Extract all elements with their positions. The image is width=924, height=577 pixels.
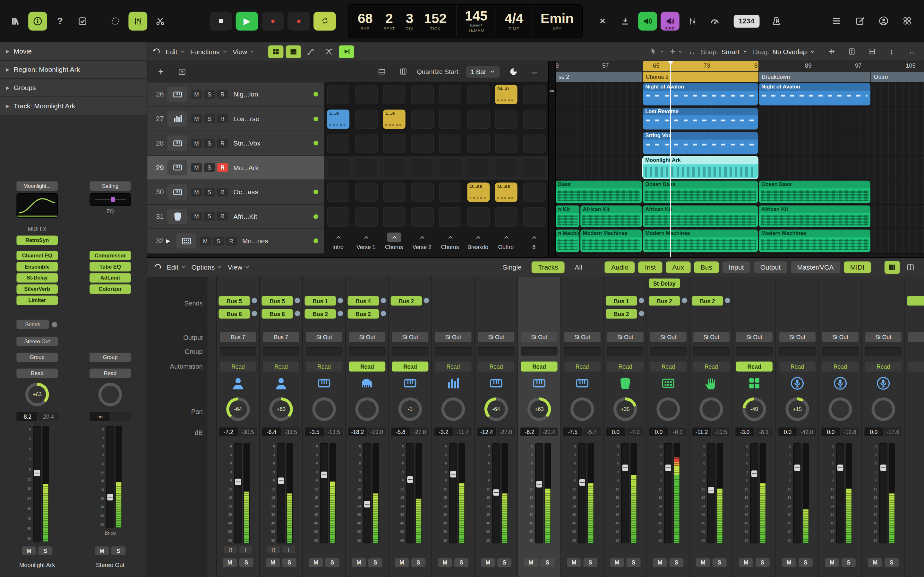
send-slot[interactable]: Bus 2 xyxy=(348,309,379,318)
empty-cell-slot[interactable] xyxy=(327,134,349,153)
list-button[interactable] xyxy=(829,11,844,31)
send-slot[interactable] xyxy=(907,296,924,306)
send-slot[interactable]: Bus 6 xyxy=(218,309,250,318)
loop-cell[interactable]: L...e xyxy=(383,109,405,129)
output-slot[interactable]: St Out xyxy=(521,332,557,342)
mixer-channel-strip[interactable]: Bus 5Bus 6Bus 7Read-64-7.2-30.5630361218… xyxy=(217,277,260,577)
fader-cap[interactable] xyxy=(450,471,456,477)
group-slot[interactable] xyxy=(693,347,730,356)
solo-button[interactable]: S xyxy=(842,558,856,567)
autom-button[interactable] xyxy=(304,45,319,58)
mixer-mode-all[interactable]: All xyxy=(568,261,589,273)
automation-mode-slot[interactable] xyxy=(908,362,924,372)
scene-trigger-button[interactable] xyxy=(443,232,457,242)
region[interactable]: Modern Machines xyxy=(759,229,871,251)
output-slot[interactable]: Bus 7 xyxy=(220,332,256,342)
mixer-channel-strip[interactable]: St OutRead-7.5-5.76303612182430405060MS xyxy=(561,277,604,577)
region[interactable]: Modern Machines xyxy=(580,229,642,251)
pan-knob[interactable] xyxy=(89,383,131,406)
pan-knob[interactable]: +63 xyxy=(16,383,58,406)
send-slot[interactable]: Bus 1 xyxy=(305,296,336,306)
send-knob[interactable] xyxy=(380,310,387,317)
audio-fx-slot[interactable]: Ensemble xyxy=(16,262,58,271)
region[interactable]: Night of Avalon xyxy=(643,83,758,105)
group-slot[interactable] xyxy=(435,347,471,356)
empty-cell-slot[interactable] xyxy=(495,207,517,227)
mixer-filter-midi[interactable]: MIDI xyxy=(844,261,871,273)
send-slot[interactable]: Bus 2 xyxy=(649,296,680,306)
region[interactable]: n Machines xyxy=(556,229,579,251)
fader-cap[interactable] xyxy=(321,472,326,478)
mute-button[interactable]: M xyxy=(223,558,237,567)
send-slot[interactable]: Bus 2 xyxy=(692,296,723,306)
scene-name[interactable]: Chorus xyxy=(436,243,464,250)
mixer-channel-strip[interactable]: St-DelayBus 2St OutRead0.0-0.16303612182… xyxy=(647,277,690,577)
empty-cell-slot[interactable] xyxy=(523,109,545,129)
send-slot[interactable]: Bus 5 xyxy=(262,296,292,306)
mixer-mode-tracks[interactable]: Tracks xyxy=(531,261,565,273)
pan-knob[interactable]: -40 xyxy=(733,398,775,421)
mixer-channel-strip[interactable]: Bus 2St OutRead-1-5.8-27.063036121824304… xyxy=(389,277,432,577)
region[interactable]: Bass xyxy=(556,181,642,203)
empty-cell-slot[interactable] xyxy=(355,182,378,202)
eq-thumbnail[interactable] xyxy=(89,193,131,206)
group-slot[interactable] xyxy=(779,347,816,356)
output-slot[interactable]: St Out xyxy=(779,332,816,342)
pan-knob[interactable]: +63 xyxy=(260,398,302,421)
inspector-header-groups[interactable]: ▶Groups xyxy=(0,79,147,97)
mute-button[interactable]: M xyxy=(200,237,211,245)
track-header-row[interactable]: 27MSRLos...rse xyxy=(147,107,324,131)
channel-setting-button[interactable]: Setting xyxy=(89,181,131,191)
record-enable-button[interactable]: R xyxy=(217,90,228,99)
drag-control[interactable]: Drag:No Overlap xyxy=(753,48,815,55)
volume-fader[interactable]: 6303612182430405060 xyxy=(690,443,732,543)
group-slot[interactable] xyxy=(349,347,385,356)
group-slot[interactable]: Group xyxy=(89,353,131,362)
empty-cell-slot[interactable] xyxy=(327,158,349,177)
region[interactable]: Modern Machines xyxy=(643,229,758,251)
solo-button[interactable]: S xyxy=(411,558,425,567)
lcd-display[interactable]: 68BAR 2BEAT 3DIV 152TICK 145 KEEPTEMPO 4… xyxy=(348,4,583,38)
snap-control[interactable]: Snap:Smart xyxy=(701,48,748,55)
solo-button[interactable]: S xyxy=(111,546,126,555)
scene-trigger-button[interactable] xyxy=(387,232,401,242)
cycle-button[interactable] xyxy=(313,11,336,31)
volume-fader[interactable]: 6303612182430405060 xyxy=(260,443,302,543)
bar-ruler[interactable]: 49576573818997105se 2Chorus 2BreakdownOu… xyxy=(556,61,924,82)
punch-button[interactable] xyxy=(615,11,634,31)
output-slot[interactable]: St Out xyxy=(392,332,428,342)
empty-cell-slot[interactable] xyxy=(355,158,378,177)
track-header-row[interactable]: 28MSRStri...Vox xyxy=(147,131,324,156)
pan-knob[interactable] xyxy=(690,398,732,421)
vertical-zoom-slider[interactable]: ↕ xyxy=(884,45,899,58)
solo-button[interactable]: S xyxy=(454,558,468,567)
audio-fx-slot[interactable]: Compressor xyxy=(89,251,131,260)
group-slot[interactable] xyxy=(736,347,772,356)
mixer-menu-edit[interactable]: Edit xyxy=(167,264,186,271)
mixer-filter-inst[interactable]: Inst xyxy=(638,261,662,273)
volume-fader[interactable]: 6303612182430405060 xyxy=(89,426,131,528)
output-slot[interactable]: St Out xyxy=(865,332,901,342)
automation-slot[interactable]: Read xyxy=(16,369,58,378)
scene-trigger-button[interactable] xyxy=(415,232,429,242)
fader-cap[interactable] xyxy=(622,464,628,471)
disclosure-triangle-icon[interactable]: ▶ xyxy=(6,85,9,90)
fader-cap[interactable] xyxy=(665,464,671,471)
track-header-row[interactable]: 26MSRNig...lon xyxy=(147,82,324,107)
record-enable-button[interactable]: R xyxy=(267,546,280,554)
empty-cell-slot[interactable] xyxy=(523,182,545,202)
play-marked-cells-button[interactable] xyxy=(339,45,355,58)
disclosure-triangle-icon[interactable]: ▶ xyxy=(6,49,9,54)
solo-button[interactable]: S xyxy=(282,558,296,567)
empty-cell-slot[interactable] xyxy=(327,85,349,104)
scene-trigger-button[interactable] xyxy=(527,232,541,242)
record-enable-button[interactable]: R xyxy=(226,237,237,245)
solo-button[interactable]: S xyxy=(756,558,770,567)
output-slot[interactable]: Bus 7 xyxy=(263,332,299,342)
solo-button[interactable]: S xyxy=(885,558,899,567)
wavezoom-button[interactable] xyxy=(824,45,839,58)
audio-fx-slot[interactable]: SilverVerb xyxy=(16,284,58,293)
fader-track[interactable] xyxy=(578,443,586,543)
volume-fader[interactable]: 6303612182430405060 xyxy=(303,443,345,543)
mute-button[interactable]: M xyxy=(191,212,202,221)
